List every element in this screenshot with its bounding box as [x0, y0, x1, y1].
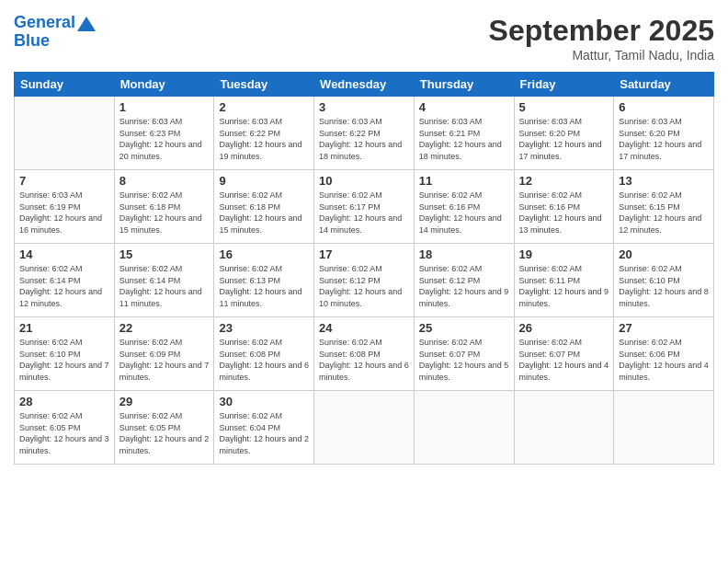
calendar-cell: 20Sunrise: 6:02 AM Sunset: 6:10 PM Dayli…	[614, 244, 714, 317]
cell-info: Sunrise: 6:02 AM Sunset: 6:15 PM Dayligh…	[619, 190, 709, 236]
logo-icon	[77, 17, 96, 31]
calendar-table: Sunday Monday Tuesday Wednesday Thursday…	[14, 72, 714, 465]
calendar-cell: 8Sunrise: 6:02 AM Sunset: 6:18 PM Daylig…	[114, 170, 214, 244]
calendar-cell: 28Sunrise: 6:02 AM Sunset: 6:05 PM Dayli…	[15, 391, 115, 465]
calendar-cell: 6Sunrise: 6:03 AM Sunset: 6:20 PM Daylig…	[614, 97, 714, 170]
day-number: 14	[19, 247, 109, 261]
calendar-cell: 17Sunrise: 6:02 AM Sunset: 6:12 PM Dayli…	[314, 244, 415, 317]
header-monday: Monday	[114, 73, 214, 97]
calendar-cell: 2Sunrise: 6:03 AM Sunset: 6:22 PM Daylig…	[214, 97, 314, 170]
cell-info: Sunrise: 6:02 AM Sunset: 6:07 PM Dayligh…	[419, 337, 509, 383]
header-wednesday: Wednesday	[314, 73, 415, 97]
cell-info: Sunrise: 6:02 AM Sunset: 6:05 PM Dayligh…	[119, 410, 210, 456]
day-number: 29	[119, 395, 210, 408]
logo: General Blue	[14, 14, 96, 51]
header: General Blue September 2025 Mattur, Tami…	[14, 14, 714, 63]
cell-info: Sunrise: 6:02 AM Sunset: 6:10 PM Dayligh…	[19, 337, 109, 383]
cell-info: Sunrise: 6:03 AM Sunset: 6:20 PM Dayligh…	[519, 116, 609, 162]
header-thursday: Thursday	[414, 73, 514, 97]
cell-info: Sunrise: 6:02 AM Sunset: 6:16 PM Dayligh…	[419, 190, 509, 236]
calendar-cell: 15Sunrise: 6:02 AM Sunset: 6:14 PM Dayli…	[114, 244, 214, 317]
cell-info: Sunrise: 6:02 AM Sunset: 6:08 PM Dayligh…	[219, 337, 309, 383]
day-number: 16	[219, 247, 309, 261]
calendar-cell: 26Sunrise: 6:02 AM Sunset: 6:07 PM Dayli…	[514, 317, 614, 391]
day-number: 27	[619, 321, 709, 335]
day-number: 21	[19, 321, 109, 335]
day-number: 10	[319, 174, 409, 188]
calendar-week-1: 7Sunrise: 6:03 AM Sunset: 6:19 PM Daylig…	[15, 170, 714, 244]
svg-marker-0	[77, 17, 96, 31]
header-saturday: Saturday	[614, 73, 714, 97]
day-number: 22	[119, 321, 210, 335]
calendar-week-4: 28Sunrise: 6:02 AM Sunset: 6:05 PM Dayli…	[15, 391, 714, 465]
day-number: 9	[219, 174, 309, 188]
day-number: 20	[619, 247, 709, 261]
weekday-header-row: Sunday Monday Tuesday Wednesday Thursday…	[15, 73, 714, 97]
cell-info: Sunrise: 6:02 AM Sunset: 6:07 PM Dayligh…	[519, 337, 609, 383]
day-number: 23	[219, 321, 309, 335]
calendar-cell: 12Sunrise: 6:02 AM Sunset: 6:16 PM Dayli…	[514, 170, 614, 244]
day-number: 1	[119, 100, 210, 114]
calendar-cell: 16Sunrise: 6:02 AM Sunset: 6:13 PM Dayli…	[214, 244, 314, 317]
day-number: 2	[219, 100, 309, 114]
cell-info: Sunrise: 6:02 AM Sunset: 6:11 PM Dayligh…	[519, 263, 609, 309]
day-number: 8	[119, 174, 210, 188]
calendar-cell: 10Sunrise: 6:02 AM Sunset: 6:17 PM Dayli…	[314, 170, 415, 244]
calendar-cell: 1Sunrise: 6:03 AM Sunset: 6:23 PM Daylig…	[114, 97, 214, 170]
day-number: 6	[619, 100, 709, 114]
cell-info: Sunrise: 6:03 AM Sunset: 6:20 PM Dayligh…	[619, 116, 709, 162]
calendar-cell: 27Sunrise: 6:02 AM Sunset: 6:06 PM Dayli…	[614, 317, 714, 391]
cell-info: Sunrise: 6:03 AM Sunset: 6:23 PM Dayligh…	[119, 116, 210, 162]
calendar-cell: 9Sunrise: 6:02 AM Sunset: 6:18 PM Daylig…	[214, 170, 314, 244]
cell-info: Sunrise: 6:03 AM Sunset: 6:22 PM Dayligh…	[319, 116, 409, 162]
cell-info: Sunrise: 6:02 AM Sunset: 6:13 PM Dayligh…	[219, 263, 309, 309]
day-number: 25	[419, 321, 509, 335]
title-block: September 2025 Mattur, Tamil Nadu, India	[489, 14, 714, 63]
calendar-cell	[314, 391, 415, 465]
day-number: 4	[419, 100, 509, 114]
calendar-cell	[514, 391, 614, 465]
day-number: 12	[519, 174, 609, 188]
calendar-week-2: 14Sunrise: 6:02 AM Sunset: 6:14 PM Dayli…	[15, 244, 714, 317]
logo-blue-text: Blue	[14, 31, 50, 50]
month-title: September 2025	[489, 14, 714, 48]
cell-info: Sunrise: 6:03 AM Sunset: 6:19 PM Dayligh…	[19, 190, 109, 236]
cell-info: Sunrise: 6:02 AM Sunset: 6:10 PM Dayligh…	[619, 263, 709, 309]
header-friday: Friday	[514, 73, 614, 97]
cell-info: Sunrise: 6:02 AM Sunset: 6:17 PM Dayligh…	[319, 190, 409, 236]
day-number: 26	[519, 321, 609, 335]
calendar-cell: 23Sunrise: 6:02 AM Sunset: 6:08 PM Dayli…	[214, 317, 314, 391]
calendar-cell: 19Sunrise: 6:02 AM Sunset: 6:11 PM Dayli…	[514, 244, 614, 317]
calendar-cell: 14Sunrise: 6:02 AM Sunset: 6:14 PM Dayli…	[15, 244, 115, 317]
cell-info: Sunrise: 6:02 AM Sunset: 6:18 PM Dayligh…	[119, 190, 210, 236]
calendar-cell: 11Sunrise: 6:02 AM Sunset: 6:16 PM Dayli…	[414, 170, 514, 244]
calendar-week-0: 1Sunrise: 6:03 AM Sunset: 6:23 PM Daylig…	[15, 97, 714, 170]
day-number: 15	[119, 247, 210, 261]
calendar-cell: 18Sunrise: 6:02 AM Sunset: 6:12 PM Dayli…	[414, 244, 514, 317]
calendar-cell: 22Sunrise: 6:02 AM Sunset: 6:09 PM Dayli…	[114, 317, 214, 391]
cell-info: Sunrise: 6:02 AM Sunset: 6:14 PM Dayligh…	[119, 263, 210, 309]
cell-info: Sunrise: 6:03 AM Sunset: 6:21 PM Dayligh…	[419, 116, 509, 162]
cell-info: Sunrise: 6:02 AM Sunset: 6:06 PM Dayligh…	[619, 337, 709, 383]
calendar-cell: 25Sunrise: 6:02 AM Sunset: 6:07 PM Dayli…	[414, 317, 514, 391]
day-number: 11	[419, 174, 509, 188]
cell-info: Sunrise: 6:02 AM Sunset: 6:16 PM Dayligh…	[519, 190, 609, 236]
day-number: 28	[19, 395, 109, 408]
cell-info: Sunrise: 6:02 AM Sunset: 6:12 PM Dayligh…	[319, 263, 409, 309]
calendar-week-3: 21Sunrise: 6:02 AM Sunset: 6:10 PM Dayli…	[15, 317, 714, 391]
cell-info: Sunrise: 6:02 AM Sunset: 6:05 PM Dayligh…	[19, 410, 109, 456]
cell-info: Sunrise: 6:02 AM Sunset: 6:04 PM Dayligh…	[219, 410, 309, 456]
location: Mattur, Tamil Nadu, India	[489, 48, 714, 63]
calendar-cell: 21Sunrise: 6:02 AM Sunset: 6:10 PM Dayli…	[15, 317, 115, 391]
calendar-cell	[15, 97, 115, 170]
calendar-cell: 24Sunrise: 6:02 AM Sunset: 6:08 PM Dayli…	[314, 317, 415, 391]
page: General Blue September 2025 Mattur, Tami…	[0, 0, 728, 563]
calendar-cell: 5Sunrise: 6:03 AM Sunset: 6:20 PM Daylig…	[514, 97, 614, 170]
header-sunday: Sunday	[15, 73, 115, 97]
cell-info: Sunrise: 6:02 AM Sunset: 6:08 PM Dayligh…	[319, 337, 409, 383]
day-number: 19	[519, 247, 609, 261]
day-number: 18	[419, 247, 509, 261]
calendar-cell: 3Sunrise: 6:03 AM Sunset: 6:22 PM Daylig…	[314, 97, 415, 170]
calendar-cell: 13Sunrise: 6:02 AM Sunset: 6:15 PM Dayli…	[614, 170, 714, 244]
header-tuesday: Tuesday	[214, 73, 314, 97]
